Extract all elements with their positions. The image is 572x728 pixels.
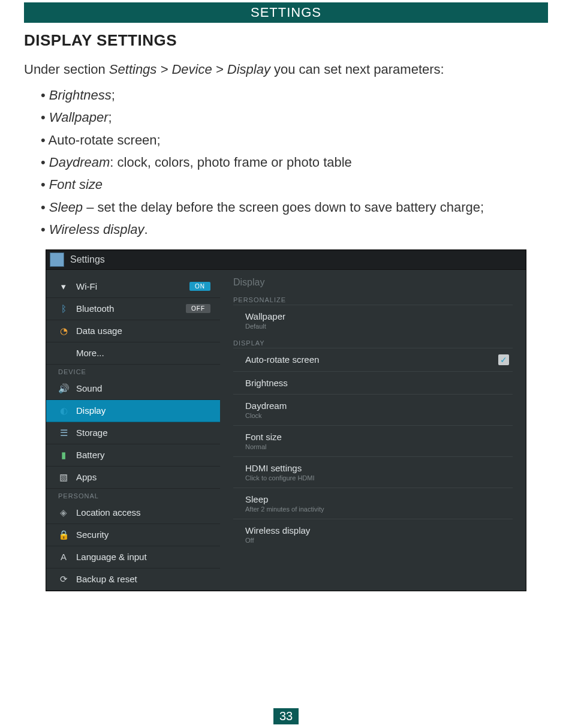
row-hdmi-sub: Click to configure HDMI [245,474,315,482]
row-daydream[interactable]: Daydream Clock [233,394,513,425]
option-wallpaper-text: Wallpaper [49,110,109,125]
option-brightness-text: Brightness [49,88,112,103]
row-brightness-title: Brightness [245,378,288,388]
sidebar-item-location[interactable]: ◈Location access [46,502,220,524]
sidebar-item-backup[interactable]: ⟳Backup & reset [46,568,220,591]
option-fontsize-text: Font size [49,177,103,192]
sidebar-more-label: More... [76,348,104,358]
option-autorotate-text: Auto-rotate screen; [49,133,161,148]
sidebar-item-data-usage[interactable]: ◔Data usage [46,320,220,342]
options-list: Brightness; Wallpaper; Auto-rotate scree… [24,84,548,241]
sidebar-wifi-label: Wi-Fi [76,281,97,291]
display-settings-panel: Display PERSONALIZE Wallpaper Default DI… [220,270,526,591]
language-icon: A [58,552,69,562]
sidebar-storage-label: Storage [76,428,108,438]
lead-post: you can set next parameters: [270,62,444,77]
section-title: DISPLAY SETTINGS [24,31,548,50]
lock-icon: 🔒 [58,530,69,540]
option-brightness: Brightness; [41,84,548,106]
sidebar-item-battery[interactable]: ▮Battery [46,444,220,467]
apps-icon: ▧ [58,472,69,483]
titlebar: Settings [46,250,526,270]
option-wireless-text: Wireless display [49,222,144,237]
sidebar-data-label: Data usage [76,326,122,336]
option-sleep-text: Sleep [49,200,83,215]
sidebar-item-wifi[interactable]: ▾Wi-Fi ON [46,276,220,298]
option-daydream: Daydream: clock, colors, photo frame or … [41,151,548,173]
sidebar-item-language[interactable]: ALanguage & input [46,546,220,568]
sidebar-item-apps[interactable]: ▧Apps [46,467,220,489]
sidebar-header-personal: PERSONAL [46,489,220,502]
launcher-icon[interactable] [50,252,64,267]
panel-title: Display [233,277,513,288]
sidebar-security-label: Security [76,530,109,540]
battery-icon: ▮ [58,450,69,461]
sidebar-header-device: DEVICE [46,365,220,378]
settings-screenshot: Settings ▾Wi-Fi ON ᛒBluetooth OFF [46,249,526,591]
row-brightness[interactable]: Brightness [233,371,513,394]
row-sleep-title: Sleep [245,494,324,504]
sidebar-apps-label: Apps [76,472,97,482]
more-icon [58,348,69,359]
option-daydream-text: Daydream [49,155,110,170]
sidebar-item-sound[interactable]: 🔊Sound [46,378,220,400]
option-sleep-suffix: – set the delay before the screen goes d… [83,200,484,215]
titlebar-text: Settings [70,254,105,265]
row-fontsize[interactable]: Font size Normal [233,425,513,456]
backup-icon: ⟳ [58,574,69,585]
option-brightness-suffix: ; [112,88,115,103]
lead-paragraph: Under section Settings > Device > Displa… [24,61,548,79]
row-fontsize-sub: Normal [245,443,282,450]
lead-path: Settings > Device > Display [109,62,270,77]
row-hdmi-title: HDMI settings [245,463,315,473]
sidebar-battery-label: Battery [76,450,105,460]
option-wallpaper: Wallpaper; [41,106,548,128]
sidebar-item-storage[interactable]: ☰Storage [46,422,220,444]
sidebar-item-display[interactable]: ◐Display [46,400,220,422]
row-hdmi[interactable]: HDMI settings Click to configure HDMI [233,456,513,488]
row-wireless-title: Wireless display [245,525,310,536]
bluetooth-toggle[interactable]: OFF [186,304,210,313]
bluetooth-icon: ᛒ [58,303,69,314]
sidebar-language-label: Language & input [76,552,147,562]
row-autorotate[interactable]: Auto-rotate screen ✓ [233,348,513,371]
data-usage-icon: ◔ [58,326,69,336]
category-display: DISPLAY [233,339,513,347]
row-wireless-display[interactable]: Wireless display Off [233,519,513,550]
row-daydream-sub: Clock [245,412,287,419]
settings-sidebar: ▾Wi-Fi ON ᛒBluetooth OFF ◔Data usage Mor… [46,270,220,591]
sidebar-bt-label: Bluetooth [76,303,114,314]
row-daydream-title: Daydream [245,401,287,411]
location-icon: ◈ [58,507,69,518]
page-number-value: 33 [273,708,299,724]
option-daydream-suffix: : clock, colors, photo frame or photo ta… [110,155,352,170]
sidebar-item-bluetooth[interactable]: ᛒBluetooth OFF [46,298,220,320]
sidebar-item-security[interactable]: 🔒Security [46,524,220,546]
row-autorotate-title: Auto-rotate screen [245,354,319,365]
storage-icon: ☰ [58,428,69,438]
option-fontsize: Font size [41,173,548,195]
wifi-toggle[interactable]: ON [189,282,210,291]
sidebar-item-more[interactable]: More... [46,342,220,365]
row-wallpaper-sub: Default [245,323,285,330]
row-wallpaper-title: Wallpaper [245,311,285,321]
banner-settings: SETTINGS [24,2,548,23]
row-fontsize-title: Font size [245,432,282,442]
sidebar-sound-label: Sound [76,383,102,393]
option-wireless-suffix: . [144,222,148,237]
row-wallpaper[interactable]: Wallpaper Default [233,305,513,336]
category-personalize: PERSONALIZE [233,296,513,303]
autorotate-checkbox[interactable]: ✓ [498,354,509,365]
display-icon: ◐ [58,405,69,416]
row-sleep[interactable]: Sleep After 2 minutes of inactivity [233,488,513,519]
sidebar-display-label: Display [76,405,106,416]
option-autorotate: Auto-rotate screen; [41,129,548,151]
option-wireless: Wireless display. [41,218,548,240]
row-sleep-sub: After 2 minutes of inactivity [245,506,324,513]
row-wireless-sub: Off [245,537,310,544]
sound-icon: 🔊 [58,383,69,394]
option-sleep: Sleep – set the delay before the screen … [41,196,548,218]
sidebar-location-label: Location access [76,507,141,518]
page-number: 33 [0,708,572,724]
wifi-icon: ▾ [58,281,69,292]
